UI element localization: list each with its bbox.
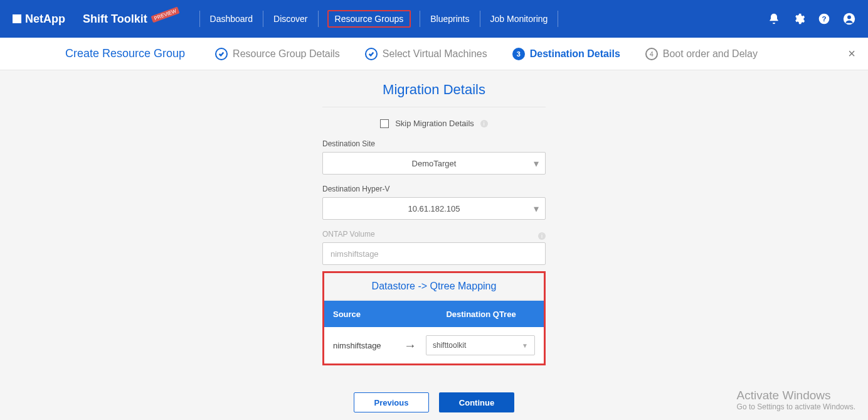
close-icon[interactable]: × bbox=[848, 46, 855, 61]
nav-resource-groups[interactable]: Resource Groups bbox=[327, 10, 411, 28]
mapping-source-value: nimshiftstage bbox=[324, 341, 394, 350]
col-source: Source bbox=[324, 310, 418, 319]
datastore-qtree-mapping: Datastore -> Qtree Mapping Source Destin… bbox=[322, 271, 546, 365]
wizard-step-1-label: Resource Group Details bbox=[233, 48, 340, 60]
ontap-volume-input[interactable]: nimshiftstage bbox=[322, 242, 546, 265]
netapp-logo-icon bbox=[13, 14, 21, 23]
product-name: Shift Toolkit bbox=[83, 13, 147, 26]
brand: NetApp bbox=[13, 13, 65, 26]
help-icon[interactable]: ? bbox=[818, 13, 830, 25]
col-dest: Destination QTree bbox=[418, 310, 544, 319]
hyperv-label: Destination Hyper-V bbox=[322, 185, 546, 193]
divider bbox=[199, 11, 200, 27]
wizard-step-4-label: Boot order and Delay bbox=[663, 48, 758, 60]
check-icon bbox=[215, 48, 228, 60]
wizard-title: Create Resource Group bbox=[65, 47, 185, 60]
dest-qtree-select[interactable]: shifttoolkit ▼ bbox=[426, 335, 535, 355]
previous-button[interactable]: Previous bbox=[354, 392, 429, 412]
wizard-bar: Create Resource Group Resource Group Det… bbox=[0, 38, 868, 70]
hyperv-select[interactable]: 10.61.182.105 ▾ bbox=[322, 197, 546, 220]
nav-discover[interactable]: Discover bbox=[272, 11, 309, 26]
svg-point-3 bbox=[847, 16, 851, 19]
check-icon bbox=[365, 48, 378, 60]
dest-qtree-value: shifttoolkit bbox=[433, 341, 466, 350]
migration-details-panel: Migration Details Skip Migration Details… bbox=[322, 82, 546, 365]
dest-site-value: DemoTarget bbox=[412, 159, 457, 168]
divider bbox=[558, 11, 558, 27]
mapping-row: nimshiftstage → shifttoolkit ▼ bbox=[324, 327, 544, 363]
dest-site-label: Destination Site bbox=[322, 139, 546, 148]
divider bbox=[322, 107, 546, 107]
wizard-step-3[interactable]: 3 Destination Details bbox=[512, 48, 620, 60]
divider bbox=[420, 11, 420, 27]
chevron-down-icon: ▾ bbox=[534, 158, 539, 170]
skip-migration-row: Skip Migration Details i bbox=[322, 119, 546, 128]
info-icon[interactable]: i bbox=[538, 232, 546, 240]
ontap-label: ONTAP Volume bbox=[322, 230, 375, 239]
ontap-value: nimshiftstage bbox=[331, 249, 379, 259]
mapping-header: Source Destination QTree bbox=[324, 301, 544, 327]
nav-dashboard[interactable]: Dashboard bbox=[209, 11, 255, 26]
skip-migration-checkbox[interactable] bbox=[380, 119, 389, 128]
wizard-step-1[interactable]: Resource Group Details bbox=[215, 48, 340, 60]
hyperv-value: 10.61.182.105 bbox=[408, 204, 460, 213]
wizard-step-3-label: Destination Details bbox=[530, 48, 620, 60]
divider bbox=[318, 11, 319, 27]
divider bbox=[480, 11, 480, 27]
top-navbar: NetApp Shift Toolkit PREVIEW Dashboard D… bbox=[0, 0, 868, 38]
wizard-step-4[interactable]: 4 Boot order and Delay bbox=[645, 48, 758, 60]
main-content: Migration Details Skip Migration Details… bbox=[0, 70, 868, 381]
nav-job-monitoring[interactable]: Job Monitoring bbox=[489, 11, 549, 26]
nav-blueprints[interactable]: Blueprints bbox=[429, 11, 470, 26]
preview-badge: PREVIEW bbox=[151, 6, 179, 23]
arrow-right-icon: → bbox=[394, 338, 426, 353]
brand-text: NetApp bbox=[25, 13, 65, 26]
watermark-line1: Activate Windows bbox=[737, 389, 855, 402]
windows-activation-watermark: Activate Windows Go to Settings to activ… bbox=[737, 389, 855, 411]
section-title: Migration Details bbox=[322, 82, 546, 98]
skip-migration-label: Skip Migration Details bbox=[395, 119, 474, 128]
divider bbox=[263, 11, 263, 27]
step-number: 4 bbox=[645, 48, 658, 60]
wizard-step-2-label: Select Virtual Machines bbox=[383, 48, 487, 60]
wizard-step-2[interactable]: Select Virtual Machines bbox=[365, 48, 487, 60]
mapping-title: Datastore -> Qtree Mapping bbox=[324, 273, 544, 299]
chevron-down-icon: ▾ bbox=[534, 203, 539, 215]
topbar-actions: ? bbox=[768, 13, 855, 25]
gear-icon[interactable] bbox=[793, 13, 805, 25]
user-icon[interactable] bbox=[843, 13, 855, 25]
svg-text:?: ? bbox=[822, 14, 826, 23]
chevron-down-icon: ▼ bbox=[522, 342, 528, 349]
bell-icon[interactable] bbox=[768, 13, 780, 25]
watermark-line2: Go to Settings to activate Windows. bbox=[737, 402, 855, 411]
step-number: 3 bbox=[512, 48, 525, 60]
continue-button[interactable]: Continue bbox=[439, 392, 514, 412]
dest-site-select[interactable]: DemoTarget ▾ bbox=[322, 152, 546, 175]
info-icon[interactable]: i bbox=[480, 120, 488, 127]
